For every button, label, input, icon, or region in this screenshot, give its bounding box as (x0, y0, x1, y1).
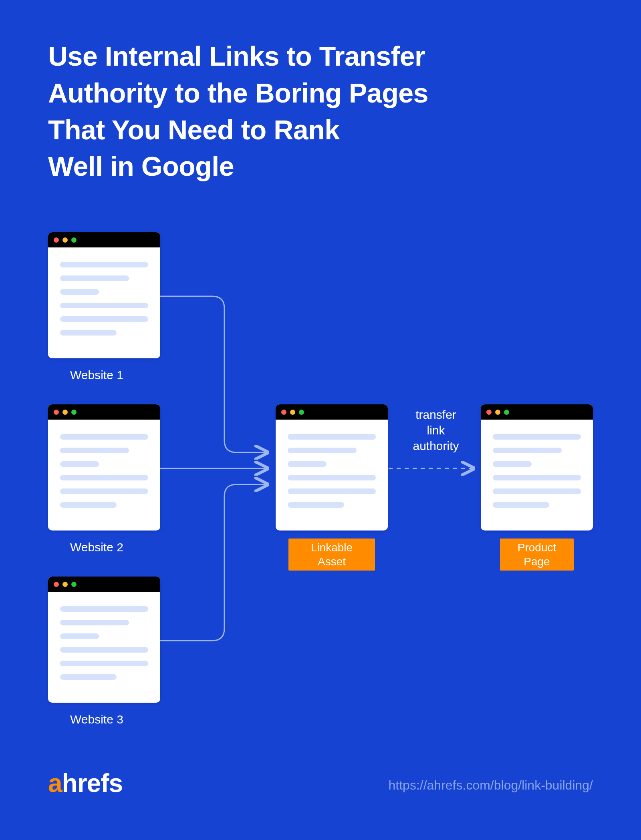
minimize-icon (62, 410, 68, 415)
maximize-icon (71, 410, 77, 415)
website-1-label: Website 1 (70, 368, 123, 382)
product-page-tag: Product Page (500, 539, 574, 571)
browser-bar (48, 404, 160, 420)
website-3-card (48, 577, 160, 703)
close-icon (486, 410, 492, 415)
browser-bar (48, 577, 160, 592)
content-lines (48, 420, 160, 508)
close-icon (54, 410, 59, 415)
content-lines (48, 247, 160, 336)
website-2-label: Website 2 (70, 541, 123, 554)
website-1-card (48, 232, 160, 358)
minimize-icon (290, 410, 295, 415)
close-icon (281, 410, 286, 415)
maximize-icon (504, 410, 509, 415)
content-lines (276, 420, 388, 508)
minimize-icon (62, 237, 68, 243)
product-page-card (481, 404, 593, 531)
close-icon (54, 582, 59, 587)
minimize-icon (62, 582, 68, 587)
page-title: Use Internal Links to Transfer Authority… (48, 38, 428, 185)
close-icon (54, 237, 59, 243)
content-lines (481, 420, 593, 508)
website-3-label: Website 3 (70, 713, 123, 726)
content-lines (48, 592, 160, 680)
footer-url: https://ahrefs.com/blog/link-building/ (389, 778, 593, 793)
maximize-icon (299, 410, 304, 415)
maximize-icon (71, 582, 77, 587)
linkable-asset-tag: Linkable Asset (288, 539, 375, 571)
ahrefs-logo: ahrefs (48, 768, 123, 798)
browser-bar (276, 404, 388, 420)
logo-accent: a (48, 768, 62, 798)
transfer-authority-label: transfer link authority (402, 407, 470, 454)
minimize-icon (495, 410, 500, 415)
browser-bar (481, 404, 593, 420)
website-2-card (48, 404, 160, 531)
browser-bar (48, 232, 160, 247)
maximize-icon (71, 237, 77, 243)
logo-text: hrefs (62, 768, 123, 798)
linkable-asset-card (276, 404, 388, 531)
